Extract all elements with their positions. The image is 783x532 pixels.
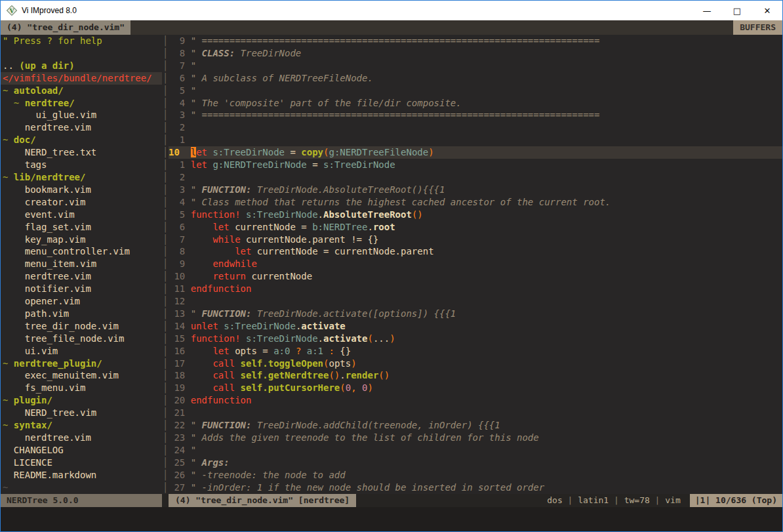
code-line[interactable]: 12 — [169, 295, 782, 308]
window-separator[interactable]: │││││││││││││││││││││││││││││││││││││ — [162, 35, 169, 494]
separator-glyph: │ — [162, 407, 169, 419]
tree-item[interactable]: ~ lib/nerdtree/ — [1, 171, 162, 184]
tree-item[interactable]: fs_menu.vim — [1, 382, 162, 394]
separator-glyph: │ — [162, 159, 169, 171]
tree-item[interactable]: creator.vim — [1, 196, 162, 209]
tree-item[interactable]: menu_item.vim — [1, 258, 162, 270]
code-line[interactable]: 24" — [169, 444, 782, 457]
code-line[interactable]: 3" FUNCTION: TreeDirNode.AbsoluteTreeRoo… — [169, 184, 782, 196]
code-pane[interactable]: 9" =====================================… — [169, 35, 782, 494]
tree-item[interactable]: tree_dir_node.vim — [1, 320, 162, 333]
separator-glyph: │ — [162, 481, 169, 494]
code-line[interactable]: 21 — [169, 407, 782, 419]
code-line[interactable]: 10 return currentNode — [169, 270, 782, 283]
code-line[interactable]: 27" -inOrder: 1 if the new node should b… — [169, 481, 782, 494]
code-line[interactable]: 4" The 'composite' part of the file/dir … — [169, 97, 782, 110]
tree-item[interactable]: ~ plugin/ — [1, 394, 162, 407]
code-line[interactable]: 8 let currentNode = currentNode.parent — [169, 245, 782, 258]
code-line[interactable]: 9 endwhile — [169, 258, 782, 270]
code-line[interactable]: 15function! s:TreeDirNode.activate(...) — [169, 333, 782, 345]
code-line[interactable]: 13" FUNCTION: TreeDirNode.activate([opti… — [169, 308, 782, 320]
tree-item[interactable]: nerdtree.vim — [1, 270, 162, 283]
tree-item[interactable]: NERD_tree.vim — [1, 407, 162, 419]
separator-glyph: │ — [162, 60, 169, 72]
code-line[interactable]: 2 — [169, 121, 782, 134]
tree-item[interactable]: event.vim — [1, 209, 162, 221]
code-line[interactable]: 1 — [169, 134, 782, 146]
status-flag: latin1 — [578, 495, 609, 505]
code-line[interactable]: 6 let currentNode = b:NERDTree.root — [169, 221, 782, 234]
nerdtree-panel[interactable]: " Press ? for help.. (up a dir)</vimfile… — [1, 35, 162, 494]
tree-item[interactable]: flag_set.vim — [1, 221, 162, 234]
code-line[interactable]: 26" -treenode: the node to add — [169, 469, 782, 481]
code-line[interactable]: 5" — [169, 85, 782, 97]
code-line[interactable]: 3" =====================================… — [169, 109, 782, 121]
tree-item[interactable]: " Press ? for help — [1, 35, 162, 47]
tree-item[interactable]: NERD_tree.txt — [1, 146, 162, 159]
tree-item[interactable]: </vimfiles/bundle/nerdtree/ — [1, 72, 162, 85]
code-segment: self.toggleOpen — [241, 358, 323, 369]
code-line[interactable]: 8" CLASS: TreeDirNode — [169, 47, 782, 60]
code-line[interactable]: 20endfunction — [169, 394, 782, 407]
code-line[interactable]: 2 — [169, 171, 782, 184]
tree-item[interactable]: bookmark.vim — [1, 184, 162, 196]
command-line[interactable] — [1, 507, 782, 531]
code-line[interactable]: 7" — [169, 60, 782, 72]
code-segment: ~ — [3, 482, 8, 493]
code-line[interactable]: 1let g:NERDTreeDirNode = s:TreeDirNode — [169, 159, 782, 171]
tree-item[interactable] — [1, 47, 162, 60]
tree-item[interactable]: LICENCE — [1, 457, 162, 469]
code-segment: " — [191, 48, 202, 58]
tree-item[interactable]: ~ nerdtree_plugin/ — [1, 358, 162, 370]
code-line[interactable]: 16 let opts = a:0 ? a:1 : {} — [169, 345, 782, 358]
tree-item[interactable]: README.markdown — [1, 469, 162, 481]
code-segment: creator.vim — [3, 197, 85, 207]
tree-item[interactable]: nerdtree.vim — [1, 121, 162, 134]
tree-item[interactable]: ~ syntax/ — [1, 419, 162, 432]
tree-item[interactable]: ui_glue.vim — [1, 109, 162, 121]
code-segment: TreeDirNode.addChild(treenode, inOrder) … — [251, 420, 500, 430]
tree-item[interactable]: ~ doc/ — [1, 134, 162, 146]
code-segment: " Press ? for help — [3, 35, 102, 46]
tree-item[interactable]: CHANGELOG — [1, 444, 162, 457]
code-line[interactable]: 10let s:TreeDirNode = copy(g:NERDTreeFil… — [169, 146, 782, 159]
code-line[interactable]: 19 call self.putCursorHere(0, 0) — [169, 382, 782, 394]
close-button[interactable]: ✕ — [752, 1, 782, 20]
tree-item[interactable]: ui.vim — [1, 345, 162, 358]
code-line[interactable]: 14unlet s:TreeDirNode.activate — [169, 320, 782, 333]
code-line[interactable]: 5function! s:TreeDirNode.AbsoluteTreeRoo… — [169, 209, 782, 221]
tree-item[interactable]: tags — [1, 159, 162, 171]
code-segment: ... — [373, 333, 390, 344]
separator-glyph: │ — [162, 469, 169, 481]
code-segment: ) — [367, 382, 372, 393]
code-line[interactable]: 17 call self.toggleOpen(opts) — [169, 358, 782, 370]
tree-item[interactable]: opener.vim — [1, 295, 162, 308]
code-line[interactable]: 9" =====================================… — [169, 35, 782, 47]
tree-item[interactable]: exec_menuitem.vim — [1, 369, 162, 382]
code-line[interactable]: 6" A subclass of NERDTreeFileNode. — [169, 72, 782, 85]
tree-item[interactable]: ~ — [1, 481, 162, 494]
code-line[interactable]: 18 call self.getNerdtree().render() — [169, 369, 782, 382]
code-line[interactable]: 4" Class method that returns the highest… — [169, 196, 782, 209]
line-number: 18 — [169, 369, 185, 382]
code-line[interactable]: 23" Adds the given treenode to the list … — [169, 432, 782, 444]
code-line[interactable]: 22" FUNCTION: TreeDirNode.addChild(treen… — [169, 419, 782, 432]
tree-item[interactable]: nerdtree.vim — [1, 432, 162, 444]
minimize-button[interactable]: — — [692, 1, 722, 20]
buffers-label[interactable]: BUFFERS — [733, 20, 782, 35]
tree-item[interactable]: path.vim — [1, 308, 162, 320]
code-line[interactable]: 7 while currentNode.parent != {} — [169, 234, 782, 246]
maximize-button[interactable]: □ — [722, 1, 752, 20]
tree-item[interactable]: key_map.vim — [1, 234, 162, 246]
tab-active[interactable]: (4) "tree_dir_node.vim" — [1, 20, 130, 35]
tree-item[interactable]: notifier.vim — [1, 283, 162, 295]
tree-item[interactable]: ~ autoload/ — [1, 85, 162, 97]
tree-item[interactable]: menu_controller.vim — [1, 245, 162, 258]
code-line[interactable]: 11endfunction — [169, 283, 782, 295]
tree-item[interactable]: tree_file_node.vim — [1, 333, 162, 345]
code-line[interactable]: 25" Args: — [169, 457, 782, 469]
code-segment: ui.vim — [3, 346, 58, 356]
code-segment: notifier.vim — [3, 283, 91, 294]
tree-item[interactable]: .. (up a dir) — [1, 60, 162, 72]
tree-item[interactable]: ~ nerdtree/ — [1, 97, 162, 110]
